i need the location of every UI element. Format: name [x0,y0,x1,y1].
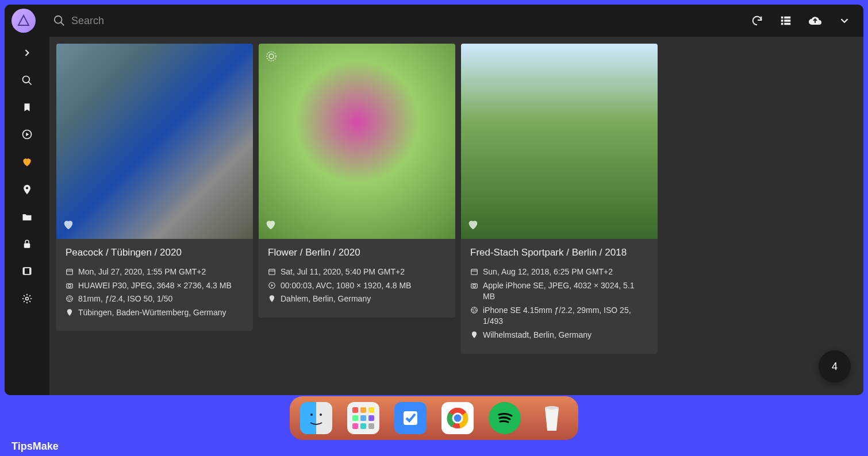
calendar-icon [66,268,74,276]
more-menu-button[interactable] [838,14,851,27]
aperture-icon [470,306,478,314]
gear-icon [21,293,33,304]
svg-rect-4 [781,20,783,22]
chrome-icon [445,405,470,431]
svg-rect-24 [269,269,275,275]
camera-icon [470,281,478,289]
card-title: Flower / Berlin / 2020 [268,247,446,258]
camera-text: Apple iPhone SE, JPEG, 4032 × 3024, 5.1 … [483,280,648,303]
favorite-overlay-icon[interactable] [264,218,277,233]
photo-card[interactable]: Peacock / Tübingen / 2020 Mon, Jul 27, 2… [56,44,253,331]
card-body: Peacock / Tübingen / 2020 Mon, Jul 27, 2… [56,239,253,331]
svg-point-22 [267,52,276,61]
aperture-icon [66,295,74,303]
favorite-overlay-icon[interactable] [467,218,479,233]
sidebar-places[interactable] [21,184,33,195]
pin-icon [268,295,276,303]
app-logo[interactable] [11,9,36,33]
svg-rect-12 [24,244,30,248]
app-window: Peacock / Tübingen / 2020 Mon, Jul 27, 2… [5,5,863,395]
sidebar-settings[interactable] [21,293,33,304]
svg-point-33 [320,414,322,416]
heart-icon [21,156,33,168]
svg-point-23 [269,54,274,59]
location-text: Tübingen, Baden-Württemberg, Germany [78,307,226,319]
calendar-icon [470,268,478,276]
reload-button[interactable] [751,14,763,27]
svg-point-40 [545,406,559,409]
dock-chrome[interactable] [441,402,474,434]
photo-thumbnail[interactable] [56,44,253,239]
meta-location: Tübingen, Baden-Württemberg, Germany [66,307,244,319]
sidebar-videos[interactable] [21,129,33,140]
lens-text: 81mm, ƒ/2.4, ISO 50, 1/50 [78,293,172,305]
dock-things[interactable] [394,402,427,434]
dock-finder[interactable] [300,402,332,434]
sidebar [5,37,49,395]
play-circle-icon [21,129,33,140]
photo-card[interactable]: Fred-Stach Sportpark / Berlin / 2018 Sun… [461,44,658,354]
checkbox-icon [399,407,422,430]
dock-trash[interactable] [536,402,568,434]
favorite-overlay-icon[interactable] [62,218,75,233]
content-grid: Peacock / Tübingen / 2020 Mon, Jul 27, 2… [49,37,863,395]
card-body: Flower / Berlin / 2020 Sat, Jul 11, 2020… [259,239,455,318]
bookmark-icon [22,102,32,113]
raw-badge-icon [264,49,278,65]
lens-text: iPhone SE 4.15mm ƒ/2.2, 29mm, ISO 25, 1/… [483,305,648,327]
macos-dock [290,396,578,440]
sun-badge-icon [264,49,278,63]
folder-icon [21,211,33,223]
trash-icon [539,403,564,433]
view-list-button[interactable] [779,14,792,27]
meta-camera: Apple iPhone SE, JPEG, 4032 × 3024, 5.1 … [470,280,648,303]
search-icon [53,14,66,27]
meta-date: Sun, Aug 12, 2018, 6:25 PM GMT+2 [470,266,648,278]
search-icon [21,75,33,86]
svg-rect-5 [784,20,790,22]
svg-point-8 [23,76,30,83]
heart-icon [467,218,479,231]
watermark: TipsMake [11,440,59,453]
sidebar-folders[interactable] [21,211,33,223]
count-fab[interactable]: 4 [819,350,851,382]
svg-line-9 [29,82,32,85]
list-icon [779,14,792,27]
topbar [5,5,863,37]
sidebar-private[interactable] [22,239,32,249]
video-text: 00:00:03, AVC, 1080 × 1920, 4.8 MB [281,280,411,292]
svg-rect-3 [784,17,790,19]
meta-camera: HUAWEI P30, JPEG, 3648 × 2736, 4.3 MB [66,280,244,292]
meta-date: Sat, Jul 11, 2020, 5:40 PM GMT+2 [268,266,446,278]
svg-rect-17 [67,269,73,275]
film-icon [21,265,33,277]
chevron-down-icon [838,14,851,27]
sidebar-bookmarks[interactable] [22,102,32,113]
reload-icon [751,14,763,27]
sidebar-expand[interactable] [21,47,33,59]
finder-icon [305,407,328,430]
dock-spotify[interactable] [489,402,521,434]
search-bar[interactable] [53,14,751,27]
meta-location: Dahlem, Berlin, Germany [268,293,446,305]
sidebar-library[interactable] [21,265,33,277]
photo-card[interactable]: Flower / Berlin / 2020 Sat, Jul 11, 2020… [259,44,455,318]
photo-thumbnail[interactable] [259,44,455,239]
sidebar-favorites[interactable] [21,156,33,168]
camera-icon [66,281,74,289]
launchpad-icon [352,407,374,429]
svg-point-16 [26,297,29,300]
dock-launchpad[interactable] [347,402,379,434]
upload-button[interactable] [808,14,822,28]
meta-lens: iPhone SE 4.15mm ƒ/2.2, 29mm, ISO 25, 1/… [470,305,648,327]
sidebar-search[interactable] [21,75,33,86]
date-text: Mon, Jul 27, 2020, 1:55 PM GMT+2 [78,266,206,278]
svg-rect-27 [471,269,478,275]
search-input[interactable] [71,15,751,27]
meta-location: Wilhelmstadt, Berlin, Germany [470,330,648,341]
photo-thumbnail[interactable] [461,44,658,239]
meta-date: Mon, Jul 27, 2020, 1:55 PM GMT+2 [66,266,244,278]
calendar-icon [268,268,276,276]
card-title: Peacock / Tübingen / 2020 [66,247,244,258]
svg-point-20 [68,284,71,287]
